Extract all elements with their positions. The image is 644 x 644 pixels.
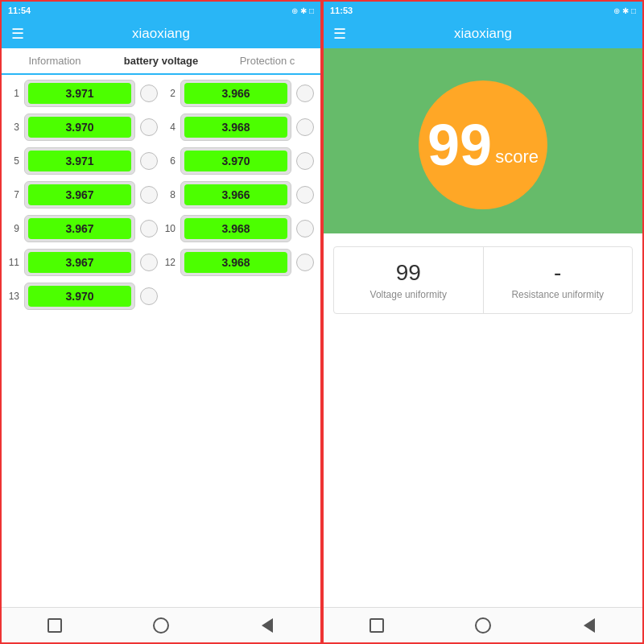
cell-bar-6: 3.970 (184, 151, 287, 171)
cell-toggle-2[interactable] (296, 85, 314, 102)
cell-bar-wrap-9: 3.967 (24, 215, 135, 242)
left-nav-square[interactable] (43, 614, 66, 637)
cell-num-6: 6 (164, 155, 175, 167)
battery-cell-4: 4 3.968 (164, 114, 314, 141)
right-nav-back[interactable] (578, 614, 601, 637)
right-status-bar: 11:53 ⊕ ✱ □ (324, 2, 642, 19)
battery-cell-2: 2 3.966 (164, 80, 314, 107)
cell-bar-9: 3.967 (28, 218, 131, 239)
battery-row: 9 3.967 10 3.968 (8, 215, 314, 242)
battery-cell-1: 1 3.971 (8, 80, 158, 107)
cell-bar-wrap-3: 3.970 (24, 114, 135, 141)
cell-num-4: 4 (164, 122, 175, 133)
battery-cell-10: 10 3.968 (164, 215, 314, 242)
right-nav-circle[interactable] (472, 614, 494, 637)
cell-toggle-13[interactable] (140, 287, 158, 305)
right-app-title: xiaoxiang (454, 26, 512, 42)
left-status-icons: ⊕ ✱ □ (291, 6, 314, 15)
resistance-label: Resistance uniformity (490, 289, 626, 300)
battery-cell-3: 3 3.970 (8, 114, 158, 141)
cell-toggle-4[interactable] (296, 118, 314, 136)
battery-cell-8: 8 3.966 (164, 181, 314, 208)
tab-protection[interactable]: Protection c (214, 48, 320, 73)
battery-grid: 1 3.971 2 3.966 (2, 75, 320, 321)
battery-cell-5: 5 3.971 (8, 147, 158, 175)
cell-bar-wrap-6: 3.970 (180, 147, 291, 175)
cell-val-10: 3.968 (221, 222, 250, 235)
cell-num-9: 9 (8, 223, 19, 234)
cell-bar-wrap-10: 3.968 (180, 215, 291, 242)
left-app-title: xiaoxiang (132, 26, 190, 42)
left-menu-icon[interactable]: ☰ (11, 25, 24, 43)
cell-num-3: 3 (8, 122, 19, 133)
left-bottom-nav (2, 607, 320, 642)
cell-bar-wrap-8: 3.966 (180, 181, 291, 208)
cell-bar-wrap-4: 3.968 (180, 114, 291, 141)
cell-bar-11: 3.967 (28, 252, 131, 273)
cell-val-1: 3.971 (65, 87, 93, 100)
battery-cell-11: 11 3.967 (8, 249, 158, 276)
cell-bar-wrap-13: 3.970 (24, 283, 135, 310)
voltage-label: Voltage uniformity (341, 289, 477, 300)
cell-val-9: 3.967 (65, 222, 93, 235)
cell-bar-10: 3.968 (184, 218, 287, 239)
cell-toggle-11[interactable] (140, 254, 158, 271)
left-tabs: Information battery voltage Protection c (2, 48, 320, 75)
tab-information[interactable]: Information (2, 48, 108, 73)
cell-bar-wrap-5: 3.971 (24, 147, 135, 175)
score-section: 99 score (324, 48, 642, 233)
cell-bar-1: 3.971 (28, 83, 131, 104)
right-time: 11:53 (330, 6, 353, 15)
resistance-value: - (490, 260, 626, 286)
cell-toggle-9[interactable] (140, 220, 158, 237)
cell-bar-wrap-7: 3.967 (24, 181, 135, 208)
battery-cell-13: 13 3.970 (8, 283, 158, 310)
cell-val-11: 3.967 (65, 256, 93, 269)
battery-row: 13 3.970 (8, 283, 314, 310)
cell-toggle-10[interactable] (296, 220, 314, 237)
cell-val-7: 3.967 (65, 188, 93, 201)
cell-num-13: 13 (8, 291, 19, 302)
left-time: 11:54 (8, 6, 31, 15)
cell-toggle-8[interactable] (296, 186, 314, 204)
battery-cell-9: 9 3.967 (8, 215, 158, 242)
cell-bar-wrap-1: 3.971 (24, 80, 135, 107)
battery-cell-6: 6 3.970 (164, 147, 314, 175)
cell-toggle-12[interactable] (296, 254, 314, 271)
cell-val-2: 3.966 (221, 87, 250, 100)
cell-toggle-7[interactable] (140, 186, 158, 204)
left-status-bar: 11:54 ⊕ ✱ □ (2, 2, 320, 19)
battery-row: 1 3.971 2 3.966 (8, 80, 314, 107)
cell-bar-7: 3.967 (28, 184, 131, 205)
metrics-panel: 99 Voltage uniformity - Resistance unifo… (333, 246, 633, 314)
right-menu-icon[interactable]: ☰ (333, 25, 346, 43)
right-phone: 11:53 ⊕ ✱ □ ☰ xiaoxiang 99 score 99 Volt… (322, 0, 644, 644)
battery-row: 11 3.967 12 3.968 (8, 249, 314, 276)
cell-num-7: 7 (8, 189, 19, 200)
right-nav-square[interactable] (365, 614, 388, 637)
battery-cell-7: 7 3.967 (8, 181, 158, 208)
left-nav-circle[interactable] (150, 614, 172, 637)
cell-toggle-3[interactable] (140, 118, 158, 136)
cell-bar-13: 3.970 (28, 286, 131, 307)
right-header: ☰ xiaoxiang (324, 19, 642, 48)
tab-battery-voltage[interactable]: battery voltage (108, 48, 214, 75)
cell-bar-12: 3.968 (184, 252, 287, 273)
cell-num-5: 5 (8, 155, 19, 167)
left-nav-back[interactable] (256, 614, 279, 637)
cell-val-4: 3.968 (221, 121, 250, 134)
cell-num-10: 10 (164, 223, 175, 234)
right-status-icons: ⊕ ✱ □ (613, 6, 636, 15)
cell-toggle-5[interactable] (140, 152, 158, 170)
cell-val-8: 3.966 (221, 188, 250, 201)
score-number: 99 (427, 116, 492, 174)
cell-toggle-1[interactable] (140, 85, 158, 102)
cell-val-3: 3.970 (65, 121, 93, 134)
right-bottom-nav (324, 607, 642, 642)
metric-resistance: - Resistance uniformity (483, 247, 633, 313)
score-circle: 99 score (419, 80, 547, 209)
cell-toggle-6[interactable] (296, 152, 314, 170)
cell-val-13: 3.970 (65, 290, 93, 303)
cell-num-2: 2 (164, 88, 175, 99)
cell-bar-wrap-11: 3.967 (24, 249, 135, 276)
